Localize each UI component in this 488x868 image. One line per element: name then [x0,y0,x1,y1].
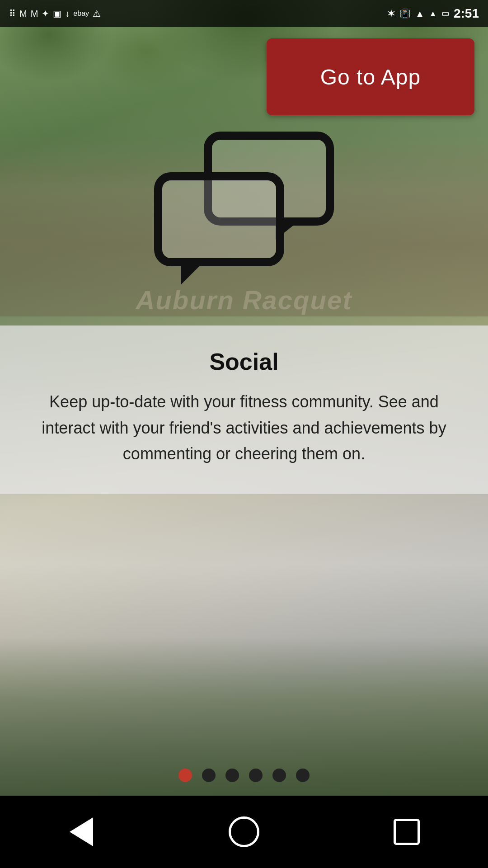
status-icons-left: ⠿ M M ✦ ▣ ↓ ebay ⚠ [9,9,101,18]
alert-icon: ⚠ [93,9,101,18]
status-icons-right: ✶ 📳 ▲ ▲ ▭ 2:51 [387,6,479,21]
wifi-icon: ▲ [415,9,424,19]
back-button[interactable] [63,814,99,850]
gallery-icon: ▣ [53,9,61,18]
recents-square-icon [394,819,420,845]
chat-bubbles-icon [149,131,339,303]
content-card: Social Keep up-to-date with your fitness… [0,326,488,494]
dot-2[interactable] [202,769,216,782]
gmail-icon-1: M [19,9,27,18]
ebay-icon: ebay [73,10,89,17]
svg-marker-3 [181,262,203,285]
card-description: Keep up-to-date with your fitness commun… [27,389,461,467]
status-bar: ⠿ M M ✦ ▣ ↓ ebay ⚠ ✶ 📳 ▲ ▲ ▭ 2:51 [0,0,488,27]
dot-5[interactable] [272,769,286,782]
menu-icon: ⠿ [9,9,16,18]
dot-4[interactable] [249,769,263,782]
signal-icon: ▲ [429,9,437,19]
go-to-app-button[interactable]: Go to App [267,38,474,115]
dot-6[interactable] [296,769,310,782]
chat-icon-container [149,131,339,303]
home-circle-icon [229,816,259,847]
time-display: 2:51 [454,6,479,21]
go-to-app-label: Go to App [320,65,421,90]
dropbox-icon: ✦ [42,9,49,18]
dot-1[interactable] [178,769,192,782]
svg-rect-2 [158,176,280,262]
pagination-dots [178,769,310,782]
battery-icon: ▭ [441,9,449,19]
gmail-icon-2: M [31,9,38,18]
bottom-nav [0,796,488,868]
home-button[interactable] [226,814,262,850]
download-icon: ↓ [65,9,70,18]
dot-3[interactable] [225,769,239,782]
vibrate-icon: 📳 [399,8,411,19]
bluetooth-icon: ✶ [387,8,395,19]
back-arrow-icon [70,817,93,846]
card-title: Social [27,348,461,375]
recents-button[interactable] [389,814,425,850]
